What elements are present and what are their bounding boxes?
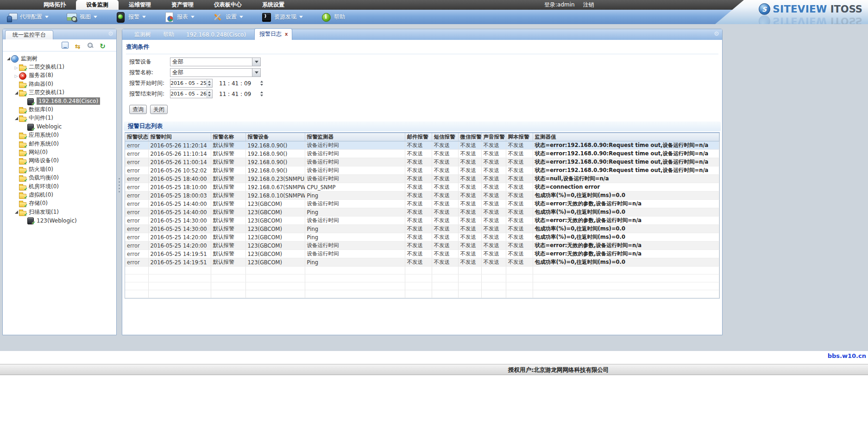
toolbar-button-report[interactable]: 报表 [164,12,195,22]
table-cell: 192.168.0.90() [245,150,305,158]
tab-3[interactable]: 192.168.0.248(Cisco) [186,32,246,38]
tree-node[interactable]: ✔123(Weblogic) [6,216,116,224]
tree-search-icon[interactable] [87,42,94,49]
tree-node[interactable]: ✔网站(0) [6,148,116,156]
tree-node[interactable]: ✔二层交换机(1) [6,63,116,71]
tree-collapsed-icon[interactable] [13,64,19,70]
table-cell: 不发送 [481,242,506,250]
folder-icon: ✔ [19,166,27,173]
table-row[interactable]: error2016-05-25 14:40:00默认报警123(GBCOM)设备… [125,200,719,208]
table-row[interactable]: error2016-05-25 14:20:00默认报警123(GBCOM)设备… [125,242,719,250]
column-header[interactable]: 声音报警 [481,133,506,141]
tree-expanded-icon[interactable] [6,55,11,62]
column-header[interactable]: 报警时间 [148,133,211,141]
tree-node[interactable]: ✔邮件系统(0) [6,140,116,148]
refresh-icon[interactable] [99,42,106,49]
date-spinner[interactable] [207,90,212,98]
table-row[interactable]: error2016-05-25 14:30:00默认报警123(GBCOM)Pi… [125,225,719,233]
table-row[interactable]: error2016-05-25 14:40:00默认报警123(GBCOM)Pi… [125,208,719,217]
tree-node-label: 网站(0) [29,148,48,156]
alarm-device-select[interactable]: 全部 [170,57,261,66]
tree-node[interactable]: ✔防火墙(0) [6,165,116,173]
time-spinner[interactable] [258,90,265,98]
tree-node[interactable]: ✔负载均衡(0) [6,173,116,182]
collapse-all-icon[interactable] [62,42,69,49]
tree-collapsed-icon[interactable] [13,72,19,79]
tab-1[interactable]: 监测树 [134,31,151,38]
table-row[interactable]: error2016-05-25 18:10:00默认报警192.168.0.67… [125,183,719,191]
watermark-link[interactable]: bbs.w10.cn [828,352,866,359]
tree-node[interactable]: ✔Weblogic [6,122,116,131]
tree-expanded-icon[interactable] [13,115,19,121]
column-header[interactable]: 报警监测器 [305,133,405,141]
gear-icon[interactable]: ⚙ [714,30,719,37]
table-cell: 状态=error:192.168.0.90:Request time out,设… [533,150,719,158]
logout-link[interactable]: 注销 [583,0,594,10]
tree-node[interactable]: ✔存储(0) [6,199,116,208]
table-row[interactable]: error2016-05-26 10:52:02默认报警192.168.0.90… [125,166,719,175]
tree-node[interactable]: ✔数据库(0) [6,105,116,114]
swap-arrows-icon[interactable] [74,42,81,49]
sidebar-toolbar [3,39,116,51]
menu-item-5[interactable]: 仪表板中心 [204,0,252,10]
tree-node[interactable]: 服务器(8) [6,71,116,80]
tree-node[interactable]: ✔扫描发现(1) [6,208,116,216]
menu-item-6[interactable]: 系统设置 [252,0,295,10]
tree-node[interactable]: ✔192.168.0.248(Cisco) [6,97,116,105]
close-icon[interactable]: x [285,32,288,37]
tree-node[interactable]: ✔路由器(0) [6,80,116,88]
table-row[interactable]: error2016-05-25 14:19:51默认报警123(GBCOM)设备… [125,250,719,258]
column-header[interactable]: 邮件报警 [405,133,432,141]
chevron-down-icon[interactable] [252,58,260,66]
toolbar-button-agent-config[interactable]: 代理配置 [6,12,49,22]
tree-expanded-icon[interactable] [13,89,19,96]
column-header[interactable]: 报警状态 [125,133,148,141]
column-header[interactable]: 短信报警 [432,133,458,141]
toolbar-button-view[interactable]: 视图 [66,12,97,22]
table-row[interactable]: error2016-05-26 11:20:14默认报警192.168.0.90… [125,141,719,150]
date-spinner[interactable] [207,79,212,87]
tree-node[interactable]: ✔应用系统(0) [6,131,116,140]
table-row[interactable]: error2016-05-25 14:30:00默认报警123(GBCOM)设备… [125,217,719,225]
tree-expanded-icon[interactable] [13,209,19,215]
column-header[interactable]: 报警设备 [245,133,305,141]
alarm-name-select[interactable]: 全部 [170,68,261,77]
start-date-input[interactable]: 2016 - 05 - 25 [170,79,213,88]
tab-2[interactable]: 帮助 [163,31,174,38]
tree-node[interactable]: ✔中间件(1) [6,114,116,122]
tree-node[interactable]: ✔网络设备(0) [6,157,116,165]
close-button[interactable]: 关闭 [150,105,168,114]
tree-node[interactable]: ✔虚拟机(0) [6,191,116,199]
column-header[interactable]: 微信报警 [458,133,481,141]
siteview-logo-icon: S [759,3,770,15]
time-spinner[interactable] [258,79,265,87]
tree-node[interactable]: ✔三层交换机(1) [6,89,116,97]
menu-item-1[interactable]: 网络拓扑 [33,0,76,10]
column-header[interactable]: 脚本报警 [506,133,533,141]
toolbar-button-alarm[interactable]: 报警 [115,12,146,22]
toolbar-button-discovery[interactable]: 资源发现 [261,12,303,22]
table-row[interactable]: error2016-05-25 14:19:51默认报警123(GBCOM)Pi… [125,258,719,267]
table-row[interactable]: error2016-05-26 11:10:14默认报警192.168.0.90… [125,150,719,158]
chevron-down-icon[interactable] [252,69,260,77]
menu-item-2[interactable]: 设备监测 [76,0,119,10]
column-header[interactable]: 报警名称 [211,133,245,141]
table-row[interactable]: error2016-05-25 18:40:00默认报警192.168.0.23… [125,175,719,183]
tree-node[interactable]: ✔机房环境(0) [6,182,116,191]
panel-splitter-handle[interactable] [118,177,120,193]
sidebar-tab-platform[interactable]: 统一监控平台 [5,30,53,39]
column-header[interactable]: 监测器值 [533,133,719,141]
toolbar-button-help[interactable]: 帮助 [321,12,347,22]
table-row[interactable]: error2016-05-26 11:00:14默认报警192.168.0.90… [125,158,719,166]
toolbar-button-tools[interactable]: 设置 [212,12,243,22]
table-row[interactable]: error2016-05-25 14:20:00默认报警123(GBCOM)Pi… [125,233,719,242]
tab-4[interactable]: 报警日志x [254,28,292,40]
gear-icon[interactable]: ⚙ [108,30,113,37]
menu-item-4[interactable]: 资产管理 [161,0,204,10]
table-cell: 不发送 [405,250,432,258]
query-button[interactable]: 查询 [129,105,147,114]
end-date-input[interactable]: 2016 - 05 - 26 [170,89,213,98]
tree-node[interactable]: 监测树 [6,54,116,63]
table-row[interactable]: error2016-05-25 18:00:03默认报警192.168.0.10… [125,191,719,200]
menu-item-3[interactable]: 运维管理 [119,0,161,10]
